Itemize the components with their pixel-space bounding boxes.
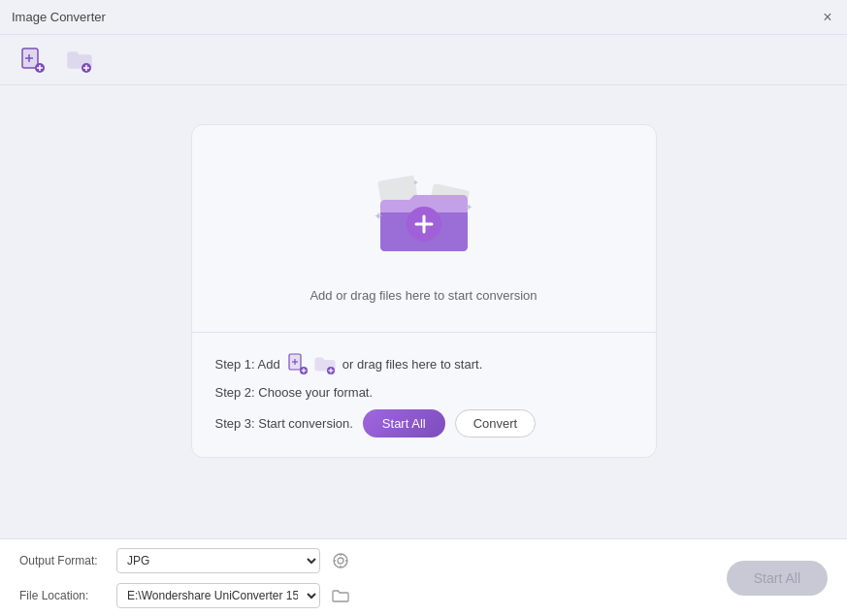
start-all-bottom-button[interactable]: Start All <box>727 561 828 596</box>
output-format-row: Output Format: JPG PNG BMP GIF TIFF WEBP <box>19 548 727 573</box>
file-location-label: File Location: <box>19 589 107 602</box>
output-format-settings-icon[interactable] <box>330 550 351 571</box>
start-all-button[interactable]: Start All <box>363 409 445 438</box>
step-add-file-icon <box>286 352 309 375</box>
title-bar: Image Converter × <box>0 0 847 35</box>
app-title: Image Converter <box>12 10 106 24</box>
svg-text:✦: ✦ <box>374 210 383 223</box>
convert-button[interactable]: Convert <box>455 409 537 438</box>
close-button[interactable]: × <box>820 10 835 25</box>
bottom-bar: Output Format: JPG PNG BMP GIF TIFF WEBP <box>0 538 847 616</box>
svg-text:✦: ✦ <box>465 202 472 212</box>
drop-zone-upper[interactable]: ✦ ✦ ✦ Add or drag files here to start co… <box>192 125 656 333</box>
output-format-label: Output Format: <box>19 554 107 567</box>
step-1-suffix: or drag files here to start. <box>342 357 483 372</box>
output-format-select[interactable]: JPG PNG BMP GIF TIFF WEBP <box>116 548 320 573</box>
main-content: ✦ ✦ ✦ Add or drag files here to start co… <box>0 85 847 477</box>
steps-section: Step 1: Add <box>192 333 656 457</box>
add-folder-button[interactable] <box>62 43 97 78</box>
svg-point-28 <box>334 554 347 567</box>
bottom-fields: Output Format: JPG PNG BMP GIF TIFF WEBP <box>19 548 727 608</box>
drop-zone-text: Add or drag files here to start conversi… <box>309 288 537 303</box>
file-location-folder-icon[interactable] <box>330 585 351 606</box>
step-2-label: Step 2: Choose your format. <box>215 385 374 400</box>
file-location-select[interactable]: E:\Wondershare UniConverter 15\Im... <box>116 583 320 608</box>
svg-text:✦: ✦ <box>412 178 419 187</box>
step-3-row: Step 3: Start conversion. Start All Conv… <box>215 409 633 438</box>
drop-zone-card: ✦ ✦ ✦ Add or drag files here to start co… <box>191 124 657 458</box>
step-add-folder-icon <box>313 352 337 375</box>
add-file-button[interactable] <box>16 43 50 78</box>
toolbar <box>0 35 847 85</box>
step-1-row: Step 1: Add <box>215 352 633 375</box>
step-1-label: Step 1: Add <box>215 357 280 372</box>
step-1-icons <box>286 352 337 375</box>
folder-illustration: ✦ ✦ ✦ <box>356 164 492 271</box>
step-3-label: Step 3: Start conversion. <box>215 416 353 431</box>
step-2-row: Step 2: Choose your format. <box>215 385 633 400</box>
file-location-row: File Location: E:\Wondershare UniConvert… <box>19 583 727 608</box>
svg-point-29 <box>338 558 343 564</box>
